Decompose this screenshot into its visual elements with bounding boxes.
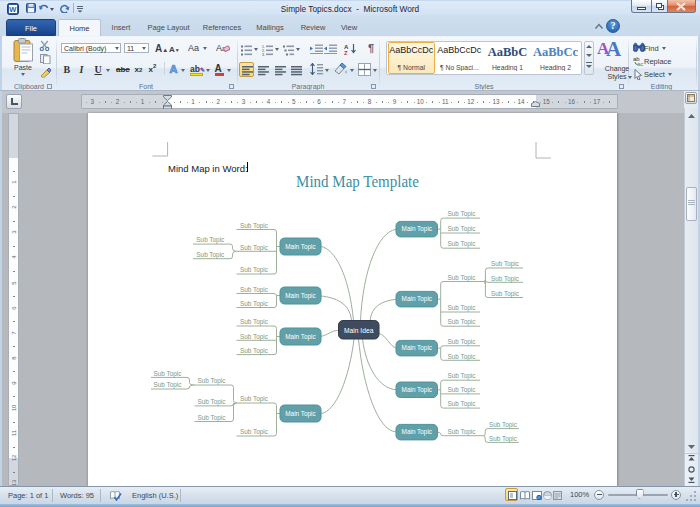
svg-text:A: A [344, 43, 349, 49]
svg-text:3.: 3. [262, 52, 265, 55]
svg-text:ac: ac [637, 61, 643, 67]
svg-text:W: W [9, 4, 17, 13]
svg-text:Z: Z [344, 50, 348, 55]
